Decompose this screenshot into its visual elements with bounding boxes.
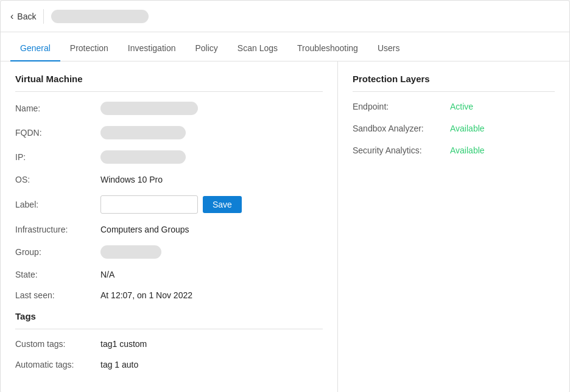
label-input-group: Save [100, 195, 242, 214]
main-content: Virtual Machine Name: FQDN: IP: OS: Wind… [1, 61, 569, 392]
top-bar-divider [43, 9, 44, 24]
tab-scan-logs[interactable]: Scan Logs [228, 36, 287, 61]
tab-protection[interactable]: Protection [60, 36, 118, 61]
name-row: Name: [15, 102, 323, 115]
endpoint-row: Endpoint: Active [353, 102, 555, 111]
endpoint-label: Endpoint: [353, 102, 450, 111]
last-seen-value: At 12:07, on 1 Nov 2022 [100, 290, 192, 300]
ip-label: IP: [15, 152, 100, 162]
infrastructure-value: Computers and Groups [100, 225, 189, 234]
state-label: State: [15, 270, 100, 279]
sandbox-row: Sandbox Analyzer: Available [353, 124, 555, 133]
tab-investigation[interactable]: Investigation [118, 36, 186, 61]
sandbox-label: Sandbox Analyzer: [353, 124, 450, 133]
left-panel: Virtual Machine Name: FQDN: IP: OS: Wind… [1, 61, 338, 392]
back-arrow-icon: ‹ [10, 11, 13, 22]
automatic-tags-value: tag 1 auto [100, 360, 138, 369]
vm-divider [15, 91, 323, 92]
main-window: ‹ Back General Protection Investigation … [0, 0, 570, 392]
top-bar: ‹ Back [1, 1, 569, 32]
sandbox-status: Available [450, 124, 485, 133]
os-value: Windows 10 Pro [100, 175, 163, 184]
label-input[interactable] [100, 195, 198, 214]
endpoint-status: Active [450, 102, 473, 111]
infrastructure-label: Infrastructure: [15, 225, 100, 234]
ip-row: IP: [15, 150, 323, 164]
tab-policy[interactable]: Policy [185, 36, 227, 61]
custom-tags-row: Custom tags: tag1 custom [15, 339, 323, 349]
state-row: State: N/A [15, 270, 323, 279]
custom-tags-label: Custom tags: [15, 339, 100, 349]
vm-section-title: Virtual Machine [15, 74, 323, 84]
last-seen-label: Last seen: [15, 290, 100, 300]
protection-divider [353, 91, 555, 92]
ip-value-placeholder [100, 150, 186, 164]
fqdn-value-placeholder [100, 126, 186, 139]
group-label: Group: [15, 247, 100, 257]
name-label: Name: [15, 103, 100, 113]
os-row: OS: Windows 10 Pro [15, 175, 323, 184]
automatic-tags-label: Automatic tags: [15, 360, 100, 369]
security-label: Security Analytics: [353, 145, 450, 155]
group-row: Group: [15, 245, 323, 259]
infrastructure-row: Infrastructure: Computers and Groups [15, 225, 323, 234]
tabs-container: General Protection Investigation Policy … [1, 32, 569, 61]
tab-users[interactable]: Users [368, 36, 410, 61]
top-bar-title-placeholder [51, 10, 149, 23]
fqdn-label: FQDN: [15, 128, 100, 138]
tags-section-title: Tags [15, 311, 323, 321]
tab-troubleshooting[interactable]: Troubleshooting [287, 36, 368, 61]
name-value-placeholder [100, 102, 198, 115]
last-seen-row: Last seen: At 12:07, on 1 Nov 2022 [15, 290, 323, 300]
security-row: Security Analytics: Available [353, 145, 555, 155]
tags-section: Tags Custom tags: tag1 custom Automatic … [15, 311, 323, 369]
protection-section-title: Protection Layers [353, 74, 555, 84]
right-panel: Protection Layers Endpoint: Active Sandb… [338, 61, 569, 392]
group-value-placeholder [100, 245, 161, 259]
label-field-label: Label: [15, 200, 100, 209]
tab-general[interactable]: General [10, 36, 60, 61]
save-button[interactable]: Save [203, 196, 242, 213]
custom-tags-value: tag1 custom [100, 339, 147, 349]
state-value: N/A [100, 270, 114, 279]
security-status: Available [450, 145, 485, 155]
fqdn-row: FQDN: [15, 126, 323, 139]
automatic-tags-row: Automatic tags: tag 1 auto [15, 360, 323, 369]
tags-divider [15, 329, 323, 329]
back-button[interactable]: ‹ Back [10, 11, 36, 22]
label-row: Label: Save [15, 195, 323, 214]
os-label: OS: [15, 175, 100, 184]
back-label: Back [17, 12, 36, 21]
